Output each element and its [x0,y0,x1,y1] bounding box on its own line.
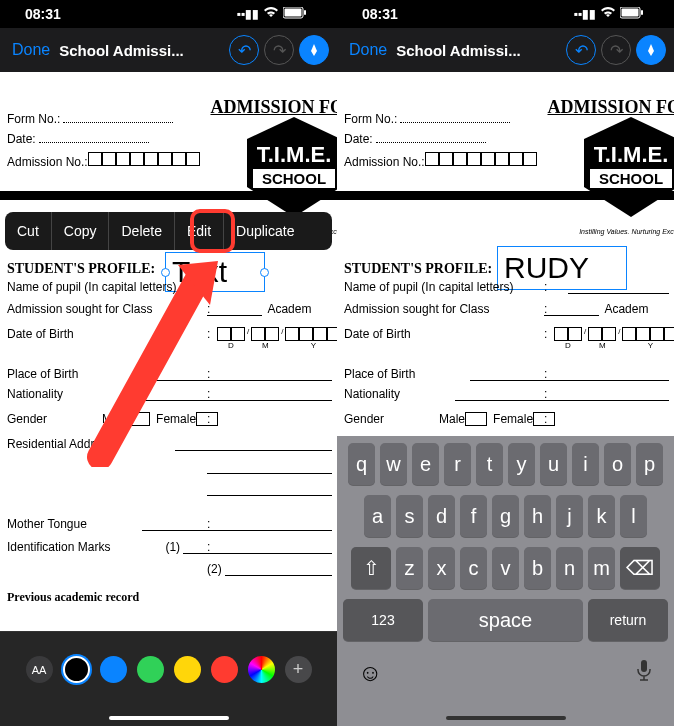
markup-toggle[interactable] [636,35,666,65]
mother-tongue-field: Mother Tongue: [7,517,332,531]
key-m[interactable]: m [588,547,615,589]
svg-rect-14 [641,660,647,672]
key-v[interactable]: v [492,547,519,589]
callout-arrow-icon [80,257,225,467]
color-picker[interactable] [248,656,275,683]
form-header: ADMISSION FOR [547,97,674,118]
svg-marker-3 [247,117,337,217]
context-duplicate[interactable]: Duplicate [224,212,306,250]
markup-toolbar: Done School Admissi... ↶ ↷ [0,28,337,72]
home-indicator[interactable] [109,716,229,720]
wifi-icon [600,6,616,22]
key-p[interactable]: p [636,443,663,485]
key-o[interactable]: o [604,443,631,485]
signal-icon: ▪▪▮▮ [573,7,596,21]
status-bar: 08:31 ▪▪▮▮ [0,0,337,28]
edit-highlight-annotation [190,209,235,253]
context-copy[interactable]: Copy [52,212,110,250]
svg-rect-9 [641,10,643,15]
color-green[interactable] [137,656,164,683]
done-button[interactable]: Done [345,41,391,59]
key-shift[interactable]: ⇧ [351,547,391,589]
key-h[interactable]: h [524,495,551,537]
nationality-field: Nationality: [344,387,669,401]
key-x[interactable]: x [428,547,455,589]
color-palette: AA + [0,631,337,726]
key-e[interactable]: e [412,443,439,485]
markup-toggle[interactable] [299,35,329,65]
key-z[interactable]: z [396,547,423,589]
color-black[interactable] [63,656,90,683]
key-g[interactable]: g [492,495,519,537]
svg-text:T.I.M.E.: T.I.M.E. [594,142,669,167]
key-c[interactable]: c [460,547,487,589]
keyboard-row-3: ⇧ z x c v b n m ⌫ [340,547,671,589]
markup-toolbar: Done School Admissi... ↶ ↷ [337,28,674,72]
context-menu: Cut Copy Delete Edit Duplicate [5,212,332,250]
admission-no-field: Admission No.: [7,152,200,170]
undo-button[interactable]: ↶ [229,35,259,65]
key-y[interactable]: y [508,443,535,485]
key-backspace[interactable]: ⌫ [620,547,660,589]
key-r[interactable]: r [444,443,471,485]
status-bar: 08:31 ▪▪▮▮ [337,0,674,28]
signal-icon: ▪▪▮▮ [236,7,259,21]
context-cut[interactable]: Cut [5,212,52,250]
svg-marker-10 [584,117,674,217]
battery-icon [283,6,307,22]
key-s[interactable]: s [396,495,423,537]
key-space[interactable]: space [428,599,583,641]
redo-button: ↷ [264,35,294,65]
keyboard-bottom-bar: ☺ [340,651,671,705]
color-yellow[interactable] [174,656,201,683]
key-i[interactable]: i [572,443,599,485]
undo-button[interactable]: ↶ [566,35,596,65]
phone-left: 08:31 ▪▪▮▮ Done School Admissi... ↶ ↷ AD… [0,0,337,726]
school-logo: T.I.M.E.SCHOOL Instilling Values. Nurtur… [574,117,674,227]
svg-text:SCHOOL: SCHOOL [262,170,326,187]
key-t[interactable]: t [476,443,503,485]
status-icons: ▪▪▮▮ [573,6,644,22]
key-n[interactable]: n [556,547,583,589]
svg-text:T.I.M.E.: T.I.M.E. [257,142,332,167]
color-blue[interactable] [100,656,127,683]
status-time: 08:31 [362,6,398,22]
key-numbers[interactable]: 123 [343,599,423,641]
key-l[interactable]: l [620,495,647,537]
key-w[interactable]: w [380,443,407,485]
context-delete[interactable]: Delete [109,212,174,250]
emoji-button[interactable]: ☺ [358,659,383,687]
svg-rect-2 [304,10,306,15]
key-j[interactable]: j [556,495,583,537]
keyboard-row-1: q w e r t y u i o p [340,443,671,485]
dictation-button[interactable] [635,659,653,687]
text-style-button[interactable]: AA [26,656,53,683]
key-q[interactable]: q [348,443,375,485]
done-button[interactable]: Done [8,41,54,59]
class-field: Admission sought for Class:Academ [344,302,669,316]
document-title: School Admissi... [396,42,561,59]
key-k[interactable]: k [588,495,615,537]
status-icons: ▪▪▮▮ [236,6,307,22]
key-a[interactable]: a [364,495,391,537]
document-canvas[interactable]: ADMISSION FOR Form No.: Date: Admission … [0,72,337,632]
resize-handle-right[interactable] [260,268,269,277]
add-button[interactable]: + [285,656,312,683]
key-d[interactable]: d [428,495,455,537]
admission-no-field: Admission No.: [344,152,537,170]
key-b[interactable]: b [524,547,551,589]
home-indicator[interactable] [446,716,566,720]
date-field: Date: [7,132,149,147]
keyboard: q w e r t y u i o p a s d f g h j k l ⇧ … [337,436,674,726]
key-return[interactable]: return [588,599,668,641]
color-red[interactable] [211,656,238,683]
keyboard-row-2: a s d f g h j k l [340,495,671,537]
document-title: School Admissi... [59,42,224,59]
key-u[interactable]: u [540,443,567,485]
document-canvas[interactable]: ADMISSION FOR Form No.: Date: Admission … [337,72,674,437]
key-f[interactable]: f [460,495,487,537]
svg-text:SCHOOL: SCHOOL [599,170,663,187]
svg-rect-1 [285,9,302,17]
pob-field: Place of Birth: [344,367,669,381]
keyboard-row-4: 123 space return [340,599,671,641]
